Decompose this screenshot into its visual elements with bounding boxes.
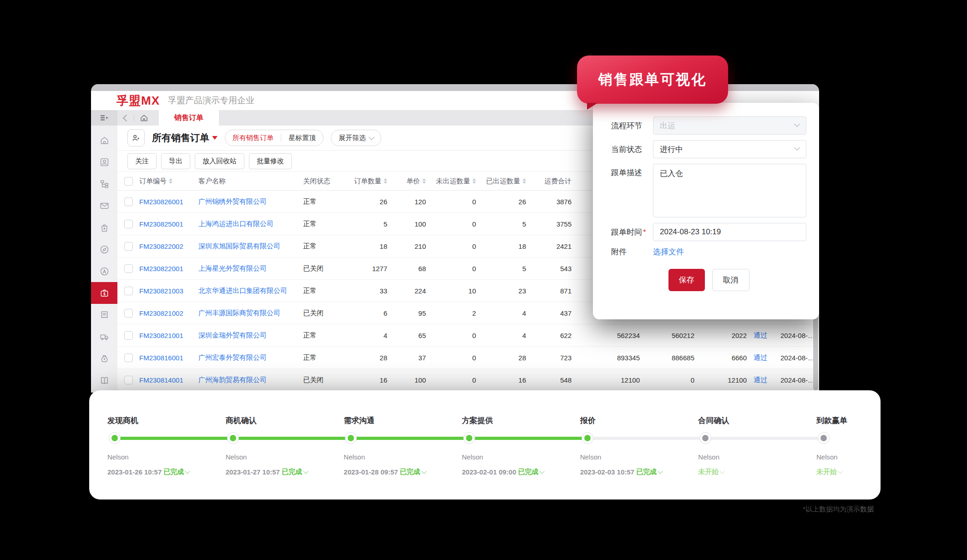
recycle-bin-button[interactable]: 放入回收站 xyxy=(195,153,244,169)
sort-icon[interactable] xyxy=(422,178,426,184)
order-number-link[interactable]: FM230814001 xyxy=(139,376,198,384)
column-header: 运费合计 xyxy=(544,177,572,186)
row-checkbox[interactable] xyxy=(124,376,133,384)
circle-a-icon xyxy=(99,266,110,277)
customer-name-link[interactable]: 深圳金瑞外贸有限公司 xyxy=(198,331,303,340)
svg-text:$: $ xyxy=(103,292,106,296)
sidebar-item-mail[interactable] xyxy=(91,195,117,217)
stage-status-dropdown[interactable]: 已完成 xyxy=(518,468,538,476)
sort-icon[interactable] xyxy=(472,178,476,184)
column-header: 未出运数量 xyxy=(436,177,470,186)
sidebar-item-money-bag[interactable]: ¥ xyxy=(91,348,117,369)
chevron-down-icon[interactable] xyxy=(421,469,426,474)
stage-status-dropdown[interactable]: 已完成 xyxy=(282,468,302,476)
stage-time: 2023-01-27 10:57 xyxy=(226,468,280,476)
chevron-down-icon[interactable] xyxy=(185,469,190,474)
stage-status-dropdown[interactable]: 已完成 xyxy=(400,468,420,476)
table-cell: 5 xyxy=(344,220,387,228)
customer-name-link[interactable]: 广州海韵贸易有限公司 xyxy=(198,376,303,384)
table-cell: 2024-08-… xyxy=(774,376,819,384)
approval-pass-link[interactable]: 通过 xyxy=(747,353,774,362)
select-all-checkbox[interactable] xyxy=(124,177,133,186)
sidebar-item-sales-order[interactable]: $ xyxy=(91,282,117,304)
chevron-down-icon[interactable] xyxy=(838,469,843,474)
order-number-link[interactable]: FM230821003 xyxy=(139,287,198,295)
sidebar-item-user[interactable] xyxy=(91,151,117,173)
stage-status-dropdown[interactable]: 未开始 xyxy=(698,468,719,476)
table-cell: 2024-08-… xyxy=(774,354,819,362)
table-cell: 68 xyxy=(387,265,426,272)
money-bag-icon: ¥ xyxy=(99,353,110,364)
stage-status-dropdown[interactable]: 未开始 xyxy=(816,468,837,476)
home-tab-icon[interactable] xyxy=(139,113,149,123)
view-title-dropdown[interactable]: 所有销售订单 xyxy=(152,131,218,144)
row-checkbox[interactable] xyxy=(124,264,133,273)
sidebar-item-circle-a[interactable] xyxy=(91,260,117,282)
sidebar-item-compass[interactable] xyxy=(91,238,117,260)
chevron-down-icon[interactable] xyxy=(540,469,545,474)
stage-status-dropdown[interactable]: 已完成 xyxy=(636,468,657,476)
row-checkbox[interactable] xyxy=(124,309,133,318)
customer-name-link[interactable]: 上海鸿运进出口有限公司 xyxy=(198,220,303,228)
customer-name-link[interactable]: 广州宏泰外贸有限公司 xyxy=(198,353,303,362)
batch-edit-button[interactable]: 批量修改 xyxy=(249,153,292,169)
assign-user-button[interactable] xyxy=(127,129,145,146)
row-checkbox[interactable] xyxy=(124,197,133,206)
stage-status-dropdown[interactable]: 已完成 xyxy=(163,468,184,476)
table-cell: 0 xyxy=(426,354,476,362)
back-icon[interactable] xyxy=(123,114,130,121)
row-checkbox[interactable] xyxy=(124,331,133,340)
export-button[interactable]: 导出 xyxy=(161,153,190,169)
sidebar-collapse-button[interactable] xyxy=(91,110,117,126)
order-number-link[interactable]: FM230822001 xyxy=(139,265,198,272)
customer-name-link[interactable]: 上海星光外贸有限公司 xyxy=(198,264,303,273)
segment-all-orders[interactable]: 所有销售订单 xyxy=(225,130,281,146)
chevron-down-icon[interactable] xyxy=(658,469,663,474)
current-status-select[interactable]: 进行中 xyxy=(653,140,806,158)
customer-name-link[interactable]: 北京华通进出口集团有限公司 xyxy=(198,287,303,295)
table-row: FM230816001广州宏泰外贸有限公司正常28370287238933458… xyxy=(117,347,819,369)
sidebar-item-receipt[interactable] xyxy=(91,304,117,326)
follow-up-dialog: 流程环节 出运 当前状态 进行中 跟单描述 已入仓 跟单时间* 2024-08-… xyxy=(593,103,819,319)
customer-name-link[interactable]: 深圳东旭国际贸易有限公司 xyxy=(198,242,303,251)
sidebar-item-truck[interactable] xyxy=(91,326,117,348)
follow-button[interactable]: 关注 xyxy=(127,153,157,169)
order-number-link[interactable]: FM230821001 xyxy=(139,332,198,339)
expand-filter-button[interactable]: 展开筛选 xyxy=(331,130,381,146)
save-button[interactable]: 保存 xyxy=(668,269,705,291)
customer-name-link[interactable]: 广州锦绣外贸有限公司 xyxy=(198,197,303,206)
sidebar-item-org-tree[interactable] xyxy=(91,173,117,195)
sort-icon[interactable] xyxy=(522,178,526,184)
order-number-link[interactable]: FM230821002 xyxy=(139,309,198,317)
table-cell: 正常 xyxy=(303,242,344,251)
sidebar-item-home[interactable] xyxy=(91,129,117,151)
table-cell: 已关闭 xyxy=(303,264,344,273)
row-checkbox[interactable] xyxy=(124,242,133,251)
sidebar-item-shopping-bag[interactable] xyxy=(91,217,117,238)
sort-icon[interactable] xyxy=(384,178,387,184)
choose-file-link[interactable]: 选择文件 xyxy=(653,247,806,257)
order-number-link[interactable]: FM230826001 xyxy=(139,198,198,206)
cancel-button[interactable]: 取消 xyxy=(712,269,749,291)
follow-time-input[interactable]: 2024-08-23 10:19 xyxy=(653,223,806,241)
table-cell: 正常 xyxy=(303,220,344,228)
sort-icon[interactable] xyxy=(169,178,172,184)
tab-sales-order[interactable]: 销售订单 xyxy=(159,110,219,126)
chevron-down-icon[interactable] xyxy=(720,469,725,474)
stage-label: 报价 xyxy=(580,415,596,426)
row-checkbox[interactable] xyxy=(124,220,133,228)
chevron-down-icon[interactable] xyxy=(303,469,308,474)
process-step-select[interactable]: 出运 xyxy=(653,116,806,135)
row-checkbox[interactable] xyxy=(124,287,133,295)
segment-star-pinned[interactable]: 星标置顶 xyxy=(281,130,323,146)
follow-desc-textarea[interactable]: 已入仓 xyxy=(653,164,806,217)
approval-pass-link[interactable]: 通过 xyxy=(747,376,774,384)
order-number-link[interactable]: FM230822002 xyxy=(139,242,198,250)
row-checkbox[interactable] xyxy=(124,353,133,362)
customer-name-link[interactable]: 广州丰源国际商贸有限公司 xyxy=(198,309,303,318)
sidebar-item-ledger[interactable] xyxy=(91,369,117,391)
order-number-link[interactable]: FM230816001 xyxy=(139,354,198,362)
approval-pass-link[interactable]: 通过 xyxy=(747,331,774,340)
order-number-link[interactable]: FM230825001 xyxy=(139,220,198,228)
table-cell: 6660 xyxy=(694,354,747,362)
